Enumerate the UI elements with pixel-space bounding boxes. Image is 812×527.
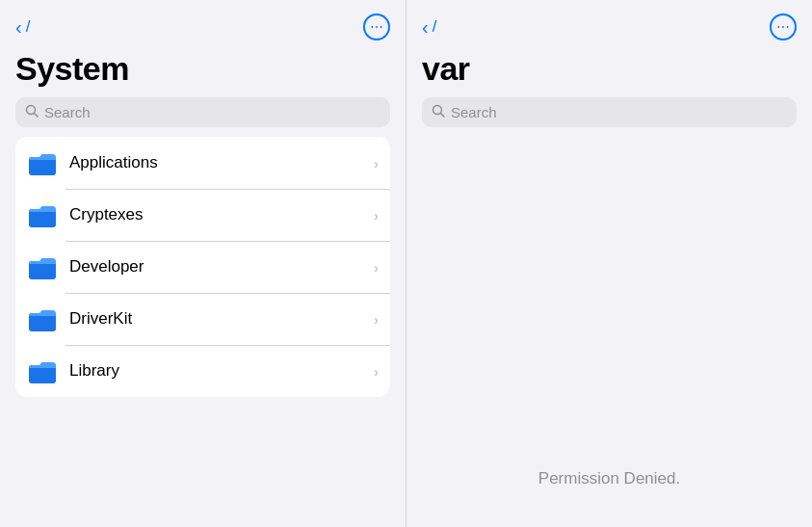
list-item[interactable]: Developer› <box>15 241 390 293</box>
left-panel-title: System <box>0 46 406 97</box>
left-search-icon <box>25 104 39 120</box>
left-back-path: / <box>26 17 31 37</box>
right-more-icon: ⋯ <box>776 20 790 34</box>
left-panel: ‹ / ⋯ System Appl <box>0 0 406 527</box>
svg-line-1 <box>35 114 39 118</box>
left-back-chevron-icon: ‹ <box>15 16 22 39</box>
right-panel-title: var <box>406 46 812 97</box>
left-panel-header: ‹ / ⋯ <box>0 0 406 46</box>
left-search-input[interactable] <box>44 104 380 120</box>
left-search-container <box>0 97 406 137</box>
file-name: Developer <box>69 257 374 277</box>
chevron-right-icon: › <box>374 155 379 171</box>
right-panel: ‹ / ⋯ var Permission Denied. <box>406 0 812 527</box>
file-name: Library <box>69 361 374 381</box>
right-search-box[interactable] <box>422 97 797 127</box>
list-item[interactable]: Applications› <box>15 137 390 189</box>
list-item[interactable]: Library› <box>15 345 390 397</box>
right-back-path: / <box>432 17 437 37</box>
chevron-right-icon: › <box>374 259 379 276</box>
right-panel-content: Permission Denied. <box>406 137 812 527</box>
left-file-list: Applications› Cryptexes› Developer› Driv… <box>15 137 390 397</box>
left-back-nav[interactable]: ‹ / <box>15 16 30 39</box>
right-back-chevron-icon: ‹ <box>422 16 429 39</box>
file-name: Applications <box>69 153 374 172</box>
left-search-box[interactable] <box>15 97 390 127</box>
right-more-button[interactable]: ⋯ <box>770 13 797 40</box>
chevron-right-icon: › <box>374 207 379 224</box>
list-item[interactable]: DriverKit› <box>15 293 390 345</box>
permission-denied-text: Permission Denied. <box>538 469 680 488</box>
svg-line-8 <box>441 114 445 118</box>
right-search-icon <box>432 104 445 120</box>
right-panel-header: ‹ / ⋯ <box>406 0 812 46</box>
left-more-icon: ⋯ <box>370 20 383 34</box>
right-back-nav[interactable]: ‹ / <box>422 16 436 39</box>
chevron-right-icon: › <box>374 363 379 380</box>
file-name: DriverKit <box>69 309 374 329</box>
left-more-button[interactable]: ⋯ <box>363 13 390 40</box>
right-search-container <box>406 97 812 137</box>
chevron-right-icon: › <box>374 311 379 328</box>
file-name: Cryptexes <box>69 205 374 224</box>
right-search-input[interactable] <box>451 104 787 120</box>
list-item[interactable]: Cryptexes› <box>15 189 390 241</box>
